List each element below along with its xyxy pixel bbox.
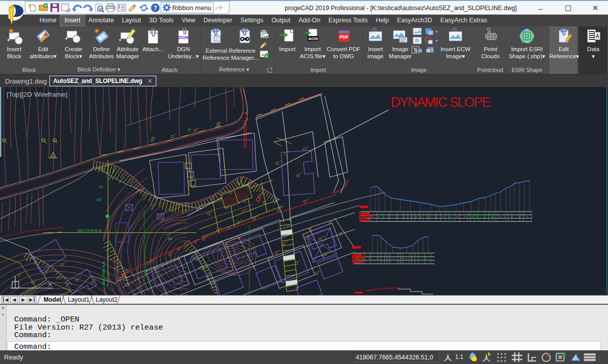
svg-text:DYNAMIC SLOPE: DYNAMIC SLOPE xyxy=(391,95,491,110)
svg-text:65: 65 xyxy=(97,197,101,202)
svg-text:75: 75 xyxy=(99,167,104,171)
svg-text:⇅: ⇅ xyxy=(413,47,417,53)
svg-text:SECTION A-A: SECTION A-A xyxy=(101,261,106,286)
svg-text:A: A xyxy=(596,33,599,39)
svg-text:ACIS: ACIS xyxy=(308,36,318,41)
svg-text:SECTION B-B: SECTION B-B xyxy=(77,228,101,233)
svg-text:[Top][2D Wireframe]: [Top][2D Wireframe] xyxy=(7,91,67,98)
svg-text:65: 65 xyxy=(168,236,172,241)
svg-text:70: 70 xyxy=(98,185,103,189)
svg-text:?: ? xyxy=(153,5,157,12)
svg-text:DGN: DGN xyxy=(178,35,188,40)
svg-text:PDF: PDF xyxy=(339,34,349,39)
